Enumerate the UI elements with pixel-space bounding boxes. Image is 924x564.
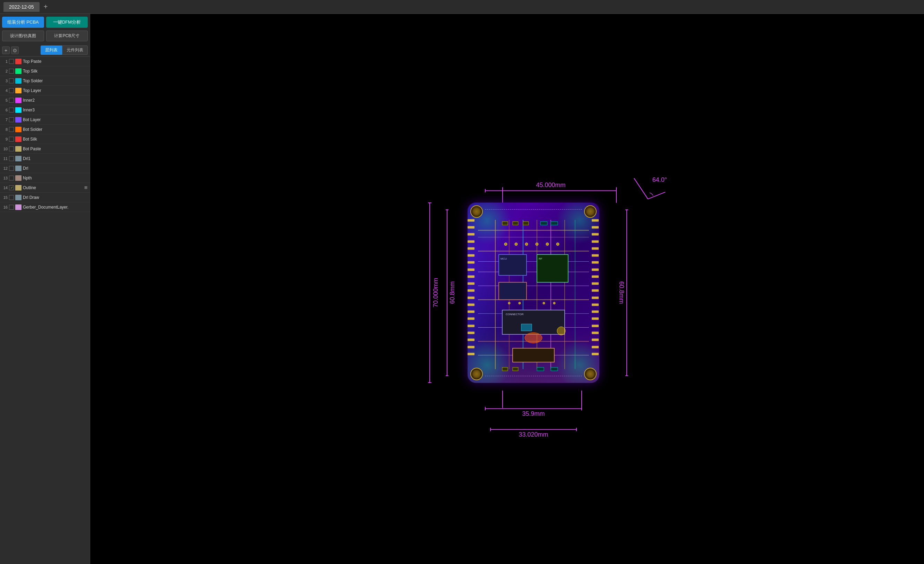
svg-point-41 <box>519 302 520 304</box>
dim-bottom1-label: 35.9mm <box>522 410 544 418</box>
svg-point-36 <box>525 243 528 245</box>
svg-point-38 <box>546 243 549 245</box>
add-layer-button[interactable]: + <box>2 47 10 54</box>
dim-right-label: 60.8mm <box>618 281 625 304</box>
layer-checkbox[interactable] <box>9 195 14 200</box>
layer-name: Top Silk <box>23 69 88 74</box>
svg-point-40 <box>508 302 510 304</box>
layer-checkbox[interactable] <box>9 146 14 151</box>
layer-row-6[interactable]: 6Inner3 <box>0 105 90 115</box>
layer-row-4[interactable]: 4Top Layer <box>0 86 90 95</box>
layer-color-swatch <box>15 88 21 93</box>
layer-color-swatch <box>15 98 21 103</box>
layer-expand-icon[interactable]: ⊞ <box>83 185 88 191</box>
layer-row-1[interactable]: 1Top Paste <box>0 57 90 66</box>
layer-checkbox[interactable] <box>9 166 14 171</box>
layer-row-10[interactable]: 10Bot Paste <box>0 144 90 154</box>
layer-list: 1Top Paste2Top Silk3Top Solder4Top Layer… <box>0 57 90 564</box>
layer-name: Gerber_DocumentLayer. <box>23 205 88 210</box>
layer-name: Drl <box>23 166 88 171</box>
tab-file[interactable]: 2022-12-05 <box>3 2 39 12</box>
assemble-analysis-button[interactable]: 组装分析 PCBA <box>2 17 44 28</box>
tab-component-list[interactable]: 元件列表 <box>62 45 88 55</box>
layer-number: 6 <box>2 108 8 112</box>
sidebar: 组装分析 PCBA 一键DFM分析 设计图/仿真图 计算PCB尺寸 + ⊙ 层列… <box>0 14 90 564</box>
layer-number: 7 <box>2 118 8 122</box>
svg-rect-33 <box>551 367 558 371</box>
layer-row-13[interactable]: 13Npth <box>0 173 90 183</box>
layer-color-swatch <box>15 68 21 74</box>
layer-row-9[interactable]: 9Bot Silk <box>0 134 90 144</box>
svg-point-35 <box>515 243 518 245</box>
layer-checkbox[interactable] <box>9 137 14 141</box>
design-view-button[interactable]: 设计图/仿真图 <box>2 30 44 41</box>
layer-row-3[interactable]: 3Top Solder <box>0 76 90 86</box>
layer-name: Top Layer <box>23 88 88 93</box>
layer-checkbox[interactable] <box>9 98 14 103</box>
dim-bottom2-label: 33.020mm <box>519 431 548 438</box>
svg-point-46 <box>557 326 566 335</box>
dfm-analysis-button[interactable]: 一键DFM分析 <box>46 17 88 28</box>
layer-number: 9 <box>2 137 8 141</box>
layer-checkbox[interactable]: ✓ <box>9 185 14 190</box>
svg-point-43 <box>553 302 555 304</box>
layer-row-16[interactable]: 16Gerber_DocumentLayer. <box>0 202 90 212</box>
layer-number: 12 <box>2 166 8 170</box>
sidebar-top-buttons: 组装分析 PCBA 一键DFM分析 <box>0 14 90 30</box>
layer-checkbox[interactable] <box>9 59 14 64</box>
svg-rect-21 <box>499 282 526 299</box>
dim-top-label: 45.000mm <box>536 182 566 189</box>
pcb-container: 45.000mm 70.000mm <box>468 202 599 383</box>
tab-layer-list[interactable]: 层列表 <box>40 45 62 55</box>
layer-checkbox[interactable] <box>9 78 14 83</box>
layer-row-15[interactable]: 15Drl Draw <box>0 193 90 202</box>
layer-row-5[interactable]: 5Inner2 <box>0 95 90 105</box>
angle-indicator: 64.0° <box>627 174 669 202</box>
svg-rect-31 <box>513 367 518 371</box>
svg-rect-30 <box>502 367 508 371</box>
layer-row-14[interactable]: 14✓Outline⊞ <box>0 183 90 193</box>
canvas-area[interactable]: 45.000mm 70.000mm <box>90 14 924 564</box>
layer-row-7[interactable]: 7Bot Layer <box>0 115 90 125</box>
tab-add-button[interactable]: + <box>42 3 50 11</box>
layer-checkbox[interactable] <box>9 117 14 122</box>
svg-rect-27 <box>523 221 529 225</box>
sidebar-toolbar: + ⊙ 层列表 元件列表 <box>0 44 90 57</box>
svg-rect-32 <box>537 367 544 371</box>
svg-rect-45 <box>521 324 532 331</box>
layer-checkbox[interactable] <box>9 127 14 132</box>
calc-pcb-button[interactable]: 计算PCB尺寸 <box>46 30 88 41</box>
layer-checkbox[interactable] <box>9 88 14 93</box>
layer-name: Bot Solder <box>23 127 88 132</box>
layer-check-icon: ✓ <box>10 186 13 190</box>
layer-checkbox[interactable] <box>9 108 14 113</box>
pcb-circuit-svg: MCU RF CONNECTOR <box>468 202 599 383</box>
layer-checkbox[interactable] <box>9 156 14 161</box>
layer-name: Bot Silk <box>23 137 88 141</box>
svg-rect-28 <box>540 221 548 225</box>
sidebar-second-row: 设计图/仿真图 计算PCB尺寸 <box>0 30 90 44</box>
layer-name: Npth <box>23 176 88 180</box>
layer-row-8[interactable]: 8Bot Solder <box>0 125 90 134</box>
layer-number: 16 <box>2 205 8 209</box>
layer-checkbox[interactable] <box>9 205 14 210</box>
layer-settings-button[interactable]: ⊙ <box>11 47 19 54</box>
layer-name: Drl Draw <box>23 195 88 200</box>
layer-row-2[interactable]: 2Top Silk <box>0 66 90 76</box>
layer-checkbox[interactable] <box>9 69 14 74</box>
svg-rect-29 <box>551 221 558 225</box>
layer-checkbox[interactable] <box>9 176 14 180</box>
svg-point-34 <box>504 243 507 245</box>
layer-row-12[interactable]: 12Drl <box>0 164 90 173</box>
layer-color-swatch <box>15 117 21 122</box>
layer-color-swatch <box>15 78 21 84</box>
layer-row-11[interactable]: 11Drl1 <box>0 154 90 164</box>
layer-color-swatch <box>15 175 21 181</box>
layer-color-swatch <box>15 127 21 132</box>
svg-rect-24 <box>513 348 554 362</box>
svg-point-37 <box>536 243 538 245</box>
layer-number: 4 <box>2 89 8 93</box>
layer-number: 3 <box>2 79 8 83</box>
layer-name: Inner2 <box>23 98 88 103</box>
layer-number: 8 <box>2 127 8 132</box>
